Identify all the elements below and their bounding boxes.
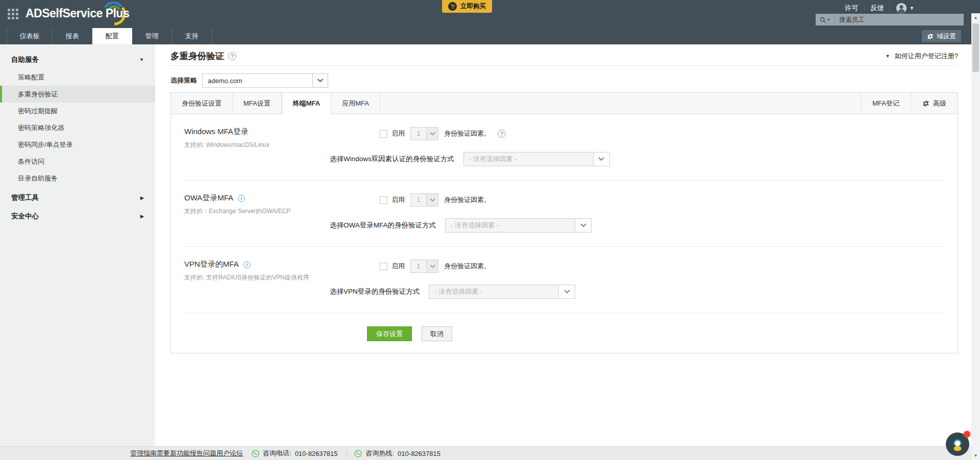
tab-authentication-settings[interactable]: 身份验证设置 — [171, 93, 233, 114]
sidebar-item-directory-self-service[interactable]: 目录自助服务 — [0, 170, 155, 187]
sidebar-item-password-policy-enforcer[interactable]: 密码策略强化器 — [0, 119, 155, 136]
chat-support-button[interactable] — [946, 432, 969, 456]
app-logo: ADSelfService Plus — [26, 7, 129, 20]
chevron-down-icon — [558, 285, 575, 298]
policy-select[interactable]: ademo.com — [202, 73, 328, 88]
enable-checkbox[interactable] — [380, 130, 387, 138]
sidebar-section-security-center[interactable]: 安全中心 ▶ — [0, 207, 155, 225]
top-links: 许可 反馈 ▼ — [845, 2, 914, 14]
gear-icon — [927, 33, 934, 40]
help-icon[interactable]: ? — [498, 130, 506, 138]
factor-select[interactable]: - 没有选择因素 - — [429, 285, 575, 299]
nav-tab-reports[interactable]: 报表 — [53, 28, 92, 44]
nav-tab-admin[interactable]: 管理 — [132, 28, 172, 44]
mfa-enrollment-button[interactable]: MFA登记 — [861, 93, 911, 114]
advanced-label: 高级 — [933, 99, 946, 108]
phone-number: 010-82637815 — [295, 450, 338, 457]
factors-suffix-label: 身份验证因素。 — [444, 262, 491, 271]
section-subtitle: 支持的: 支持RADIUS身份验证的VPN提供程序 — [184, 273, 330, 282]
sidebar-item-conditional-access[interactable]: 条件访问 — [0, 153, 155, 170]
apps-grid-icon[interactable] — [8, 9, 18, 19]
footer-link-admin-guide[interactable]: 管理指南 — [130, 449, 157, 458]
scrollbar-thumb[interactable] — [972, 23, 979, 72]
enable-label: 启用 — [391, 262, 405, 271]
phone-label: 咨询热线: — [365, 449, 394, 458]
sidebar-section-self-service[interactable]: 自助服务 ▼ — [0, 50, 155, 69]
user-menu[interactable]: ▼ — [896, 3, 914, 14]
section-title: VPN登录的MFA — [184, 260, 239, 269]
tab-mfa-settings[interactable]: MFA设置 — [233, 93, 282, 114]
help-icon[interactable]: ? — [228, 52, 236, 60]
phone-icon — [354, 450, 362, 457]
caret-right-icon: ▶ — [140, 189, 144, 207]
scroll-down-arrow-icon[interactable]: ▼ — [971, 451, 980, 460]
chevron-down-icon — [426, 127, 438, 140]
info-icon[interactable]: i — [238, 195, 245, 202]
caret-down-icon: ▼ — [139, 50, 144, 69]
user-avatar-icon — [896, 3, 907, 14]
factor-count-select[interactable]: 1 — [410, 127, 438, 140]
caret-down-icon: ▼ — [886, 54, 890, 59]
factor-select-label: 选择OWA登录MFA的身份验证方式 — [330, 221, 436, 230]
search-scope-button[interactable]: ▼ — [816, 14, 835, 25]
section-windows-mfa: Windows MFA登录 支持的: Windows/macOS/Linux 启… — [184, 114, 944, 181]
nav-tab-dashboard[interactable]: 仪表板 — [7, 28, 53, 44]
nav-tab-support[interactable]: 支持 — [172, 28, 212, 44]
feedback-link[interactable]: 反馈 — [870, 4, 884, 13]
search-input[interactable] — [835, 14, 964, 25]
license-link[interactable]: 许可 — [845, 4, 859, 13]
factor-count-value: 1 — [411, 127, 426, 140]
advanced-button[interactable]: 高级 — [911, 93, 958, 114]
sidebar-item-password-expiration[interactable]: 密码过期提醒 — [0, 103, 155, 119]
spacer — [380, 93, 861, 114]
domain-settings-button[interactable]: 域设置 — [922, 30, 961, 42]
enable-checkbox[interactable] — [380, 196, 387, 204]
enrollment-help-label: 如何让用户登记注册? — [895, 52, 958, 61]
main-content: 多重身份验证 ? ▼ 如何让用户登记注册? 选择策略 ademo.com 身份验… — [155, 44, 980, 446]
cancel-button[interactable]: 取消 — [422, 326, 452, 341]
save-settings-button[interactable]: 保存设置 — [367, 326, 412, 341]
factor-select-label: 选择VPN登录的身份验证方式 — [330, 287, 420, 296]
sidebar-item-mfa[interactable]: 多重身份验证 — [0, 86, 155, 103]
phone-contact-2: 咨询热线: 010-82637815 — [354, 449, 440, 458]
mfa-panel: 身份验证设置 MFA设置 终端MFA 应用MFA MFA登记 高级 Window… — [170, 92, 958, 353]
factor-count-select[interactable]: 1 — [410, 193, 438, 207]
factor-select[interactable]: - 没有选择因素 - — [463, 152, 610, 166]
factor-select-value: - 没有选择因素 - — [464, 152, 593, 166]
section-vpn-mfa: VPN登录的MFA i 支持的: 支持RADIUS身份验证的VPN提供程序 启用… — [184, 247, 944, 313]
policy-select-label: 选择策略 — [170, 76, 197, 85]
footer-link-report-issue[interactable]: 报告问题 — [190, 449, 216, 458]
scroll-up-arrow-icon[interactable]: ▲ — [971, 13, 980, 22]
phone-label: 咨询电话: — [263, 449, 291, 458]
tab-endpoint-mfa[interactable]: 终端MFA — [282, 93, 331, 115]
divider — [890, 5, 890, 12]
factor-select-label: 选择Windows双因素认证的身份验证方式 — [330, 155, 454, 164]
sidebar-section-admin-tools[interactable]: 管理工具 ▶ — [0, 189, 155, 207]
footer-bar: 管理指南 需要新功能 报告问题 用户论坛 咨询电话: 010-82637815 … — [0, 446, 980, 460]
factor-select[interactable]: - 没有选择因素 - — [445, 218, 592, 233]
factor-count-value: 1 — [411, 194, 426, 206]
divider — [170, 65, 958, 66]
sidebar-item-password-sync-sso[interactable]: 密码同步/单点登录 — [0, 136, 155, 153]
caret-down-icon: ▼ — [827, 18, 830, 21]
factor-count-value: 1 — [411, 260, 426, 272]
buy-now-button[interactable]: 立即购买 — [442, 0, 492, 13]
footer-link-need-feature[interactable]: 需要新功能 — [157, 449, 190, 458]
footer-link-user-forum[interactable]: 用户论坛 — [216, 449, 243, 458]
factor-count-select[interactable]: 1 — [410, 260, 438, 273]
sidebar-item-policy-configuration[interactable]: 策略配置 — [0, 69, 155, 86]
factor-select-value: - 没有选择因素 - — [446, 219, 575, 232]
info-icon[interactable]: i — [243, 261, 251, 268]
nav-tab-configuration[interactable]: 配置 — [92, 28, 132, 44]
chevron-down-icon — [426, 260, 438, 272]
section-subtitle: 支持的: Windows/macOS/Linux — [184, 141, 330, 149]
vertical-scrollbar: ▲ ▼ — [971, 13, 980, 460]
main-nav-bar: 仪表板 报表 配置 管理 支持 域设置 — [0, 28, 980, 44]
chevron-down-icon — [426, 194, 438, 206]
enable-checkbox[interactable] — [380, 263, 387, 270]
sidebar-section-label: 自助服务 — [11, 56, 39, 63]
chevron-down-icon — [575, 219, 591, 232]
tab-application-mfa[interactable]: 应用MFA — [331, 93, 380, 114]
caret-down-icon: ▼ — [910, 6, 914, 11]
enrollment-help-link[interactable]: ▼ 如何让用户登记注册? — [886, 52, 958, 61]
